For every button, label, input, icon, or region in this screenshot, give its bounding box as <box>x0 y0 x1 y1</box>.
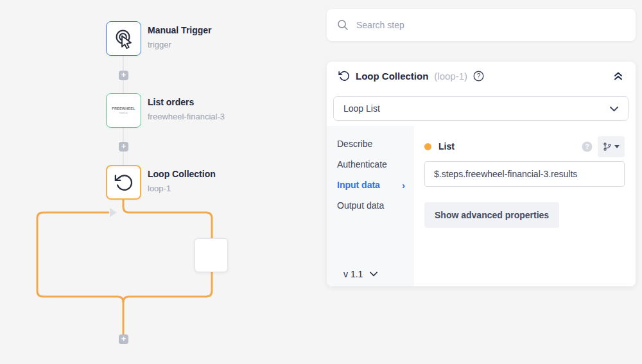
node-subtitle: freewheel-financial-3 <box>148 112 225 121</box>
node-title: Manual Trigger <box>148 26 212 35</box>
panel-side-nav: Describe Authenticate Input data › Outpu… <box>327 126 414 286</box>
svg-text:?: ? <box>477 73 481 80</box>
loop-direction-arrow-icon <box>110 208 117 217</box>
jsonpath-picker-button[interactable] <box>598 136 625 157</box>
operation-dropdown[interactable]: Loop List <box>333 96 629 121</box>
collapse-panel-button[interactable] <box>612 71 624 82</box>
node-title: List orders <box>148 98 225 107</box>
show-advanced-properties-button[interactable]: Show advanced properties <box>424 202 559 228</box>
input-data-form: List ? <box>414 126 636 286</box>
loop-icon <box>114 173 134 192</box>
field-help-icon[interactable]: ? <box>582 141 593 152</box>
chevron-down-icon <box>610 107 618 112</box>
double-chevron-up-icon <box>612 71 624 82</box>
search-step-bar <box>327 9 636 41</box>
active-tab-arrow-icon: › <box>402 180 405 190</box>
list-jsonpath-input[interactable] <box>424 161 625 187</box>
panel-title: Loop Collection <box>356 71 428 82</box>
field-label: List <box>438 141 455 152</box>
caret-down-icon <box>614 145 620 148</box>
panel-step-id: (loop-1) <box>434 71 467 82</box>
help-icon[interactable]: ? <box>473 71 484 82</box>
node-loop-collection[interactable] <box>106 165 141 200</box>
node-title: Loop Collection <box>148 169 216 179</box>
node-labels-loop-collection: Loop Collection loop-1 <box>148 169 216 193</box>
add-step-button[interactable]: + <box>119 71 128 80</box>
add-step-button[interactable]: + <box>119 142 128 152</box>
manual-trigger-icon <box>114 28 134 49</box>
workflow-canvas[interactable]: Manual Trigger trigger + FREEWHEEL finan… <box>0 0 321 364</box>
node-subtitle: loop-1 <box>148 184 216 193</box>
tab-input-data[interactable]: Input data › <box>327 175 414 195</box>
node-labels-list-orders: List orders freewheel-financial-3 <box>148 98 225 121</box>
panel-header: Loop Collection (loop-1) ? <box>327 62 636 86</box>
panel-body: Describe Authenticate Input data › Outpu… <box>327 126 636 286</box>
node-list-orders[interactable]: FREEWHEEL financial <box>106 93 141 128</box>
branch-icon <box>603 142 612 152</box>
freewheel-logo: FREEWHEEL financial <box>112 107 135 114</box>
search-icon <box>337 19 349 31</box>
node-subtitle: trigger <box>148 40 212 49</box>
operation-dropdown-value: Loop List <box>343 103 380 114</box>
svg-text:?: ? <box>585 143 589 150</box>
step-properties-panel: Loop Collection (loop-1) ? Loop List Des… <box>327 62 636 286</box>
node-labels-manual-trigger: Manual Trigger trigger <box>148 26 212 49</box>
tab-authenticate[interactable]: Authenticate <box>327 154 414 175</box>
search-input[interactable] <box>356 20 625 30</box>
version-label: v 1.1 <box>343 269 363 279</box>
add-step-button[interactable]: + <box>119 334 128 344</box>
tab-output-data[interactable]: Output data <box>327 195 414 216</box>
node-manual-trigger[interactable] <box>106 21 141 56</box>
chevron-down-icon <box>370 272 377 277</box>
loop-icon <box>338 70 350 82</box>
tab-describe[interactable]: Describe <box>327 134 414 154</box>
required-field-dot-icon <box>424 143 431 150</box>
version-selector[interactable]: v 1.1 <box>343 269 377 279</box>
field-header-row: List ? <box>424 135 625 157</box>
loop-drop-target[interactable] <box>195 238 228 272</box>
